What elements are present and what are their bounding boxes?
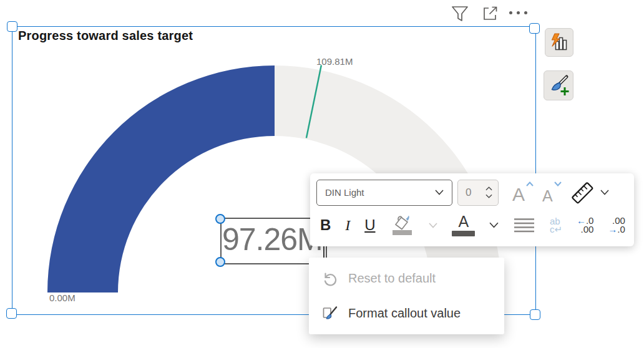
font-color-icon: A — [458, 214, 469, 230]
toolbar-row-style: B I U A — [320, 210, 625, 241]
toolbar-row-font: DIN Light 0 A A — [316, 178, 629, 206]
caret-up-icon — [526, 181, 534, 186]
add-format-brush-icon — [547, 74, 570, 97]
undo-icon — [322, 270, 338, 286]
font-color-dropdown-button[interactable] — [489, 222, 499, 228]
text-format-toolbar: DIN Light 0 A A — [310, 173, 634, 246]
fill-color-button[interactable] — [389, 213, 414, 237]
resize-handle-top-left[interactable] — [7, 21, 17, 32]
more-options-icon — [509, 11, 512, 14]
caret-down-icon — [554, 181, 562, 186]
resize-handle-bottom-left[interactable] — [6, 308, 17, 319]
add-format-button[interactable] — [544, 70, 573, 100]
focus-mode-icon — [482, 6, 499, 22]
gauge-target-label: 109.81M — [316, 56, 353, 67]
menu-item-reset-to-default[interactable]: Reset to default — [309, 260, 504, 296]
grow-font-button[interactable]: A — [512, 180, 525, 205]
font-size-value: 0 — [466, 186, 471, 199]
bold-button[interactable]: B — [320, 216, 331, 234]
increase-decimal-button[interactable]: .00 →.0 — [608, 216, 625, 234]
font-color-button[interactable]: A — [452, 214, 475, 236]
ruler-icon — [569, 180, 595, 206]
resize-handle-top-right[interactable] — [529, 23, 540, 34]
chevron-down-icon — [435, 190, 444, 195]
chevron-down-icon — [429, 223, 437, 228]
menu-item-label: Reset to default — [348, 271, 436, 286]
font-family-value: DIN Light — [325, 187, 364, 198]
filter-icon — [451, 5, 469, 22]
font-size-stepper[interactable]: 0 — [457, 180, 499, 206]
analytics-button[interactable] — [545, 28, 573, 57]
format-brush-icon — [322, 305, 338, 321]
resize-handle-bottom-right[interactable] — [530, 309, 540, 320]
visual-title: Progress toward sales target — [18, 29, 193, 43]
report-canvas: Progress toward sales target 109.81M 0.0… — [0, 0, 644, 348]
chevron-down-icon — [600, 190, 609, 195]
increase-decimal-icon: →.0 — [608, 225, 625, 234]
callout-handle-top-left[interactable] — [215, 214, 225, 224]
menu-item-label: Format callout value — [348, 306, 461, 321]
gauge-min-label: 0.00M — [49, 292, 76, 303]
callout-value[interactable]: 97.26M — [222, 218, 323, 262]
align-justify-icon — [513, 217, 535, 233]
focus-mode-button[interactable] — [482, 6, 499, 24]
filter-button[interactable] — [451, 5, 469, 25]
chevron-down-icon — [489, 222, 499, 228]
analytics-lightning-bar-chart-icon — [549, 32, 570, 53]
spinner-up-down-icon[interactable] — [485, 186, 492, 198]
wrap-text-button[interactable]: ab c↵ — [550, 217, 562, 233]
italic-button[interactable]: I — [345, 217, 350, 234]
fill-color-dropdown-button[interactable] — [429, 223, 437, 228]
callout-handle-bottom-left[interactable] — [215, 257, 225, 267]
more-options-button[interactable] — [509, 11, 527, 14]
menu-item-format-callout-value[interactable]: Format callout value — [309, 295, 504, 331]
font-family-dropdown[interactable]: DIN Light — [316, 180, 452, 206]
decrease-decimal-button[interactable]: ←.0 .00 — [577, 216, 594, 234]
context-menu: Reset to default Format callout value — [309, 258, 504, 334]
ruler-dropdown-button[interactable] — [600, 190, 609, 195]
underline-button[interactable]: U — [364, 216, 375, 234]
fill-color-bucket-icon — [389, 213, 414, 237]
shrink-font-button[interactable]: A — [542, 180, 553, 205]
measure-ruler-button[interactable] — [569, 180, 595, 206]
alignment-button[interactable] — [513, 217, 535, 233]
